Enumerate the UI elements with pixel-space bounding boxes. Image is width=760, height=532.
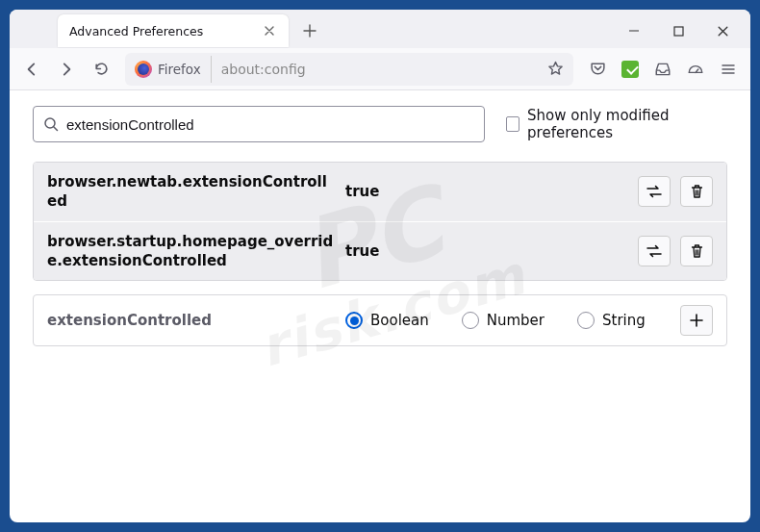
back-icon[interactable]: [15, 53, 48, 86]
identity-label: Firefox: [158, 62, 201, 77]
close-icon[interactable]: [260, 21, 279, 40]
search-row: Show only modified preferences: [33, 106, 727, 142]
pref-name: browser.newtab.extensionControlled: [47, 172, 336, 212]
pref-actions: [638, 236, 713, 266]
trash-icon[interactable]: [680, 236, 713, 266]
pref-value: true: [345, 242, 628, 260]
pref-search-box[interactable]: [33, 106, 485, 142]
url-bar[interactable]: Firefox about:config: [125, 53, 573, 86]
radio-icon: [462, 312, 479, 329]
nav-toolbar: Firefox about:config: [10, 48, 750, 90]
reload-icon[interactable]: [85, 53, 117, 86]
about-config-content: Show only modified preferences browser.n…: [10, 90, 750, 522]
checkbox-icon: [506, 116, 519, 132]
toolbar-actions: [581, 53, 745, 86]
new-tab-button[interactable]: [294, 15, 325, 46]
browser-window: Advanced Preferences Firefox about:confi…: [10, 10, 750, 522]
modified-only-label: Show only modified preferences: [527, 107, 727, 141]
toggle-icon[interactable]: [638, 176, 671, 207]
titlebar: Advanced Preferences: [10, 10, 750, 48]
trash-icon[interactable]: [680, 176, 713, 207]
pref-table: browser.newtab.extensionControlled true …: [33, 162, 727, 281]
radio-icon: [577, 312, 595, 329]
menu-icon[interactable]: [712, 53, 745, 86]
dashboard-icon[interactable]: [679, 53, 712, 86]
type-radio-group: Boolean Number String: [345, 312, 671, 329]
maximize-icon[interactable]: [656, 13, 700, 48]
modified-only-toggle[interactable]: Show only modified preferences: [506, 107, 727, 141]
pocket-icon[interactable]: [581, 53, 614, 86]
pref-row[interactable]: browser.newtab.extensionControlled true: [34, 163, 726, 221]
svg-rect-0: [674, 27, 683, 36]
forward-icon[interactable]: [50, 53, 83, 86]
extension-icon[interactable]: [614, 53, 646, 86]
add-icon[interactable]: [680, 305, 713, 336]
new-pref-name: extensionControlled: [47, 312, 336, 329]
inbox-icon[interactable]: [646, 53, 679, 86]
close-icon[interactable]: [700, 13, 745, 48]
radio-icon: [345, 312, 363, 329]
type-number[interactable]: Number: [462, 312, 545, 329]
search-icon: [43, 116, 59, 132]
type-boolean[interactable]: Boolean: [345, 312, 429, 329]
pref-actions: [638, 176, 713, 207]
pref-row[interactable]: browser.startup.homepage_override.extens…: [34, 221, 726, 281]
pref-name: browser.startup.homepage_override.extens…: [47, 232, 336, 271]
star-icon[interactable]: [541, 55, 570, 84]
new-pref-row: extensionControlled Boolean Number Strin…: [33, 294, 727, 346]
url-text: about:config: [212, 62, 541, 77]
firefox-logo-icon: [135, 61, 152, 78]
tab-title: Advanced Preferences: [69, 24, 252, 38]
window-controls: [612, 13, 745, 48]
identity-box[interactable]: Firefox: [129, 56, 212, 83]
pref-value: true: [345, 183, 628, 200]
toggle-icon[interactable]: [638, 236, 671, 266]
browser-tab[interactable]: Advanced Preferences: [58, 14, 289, 47]
minimize-icon[interactable]: [612, 13, 656, 48]
search-input[interactable]: [66, 116, 474, 133]
type-string[interactable]: String: [577, 312, 646, 329]
